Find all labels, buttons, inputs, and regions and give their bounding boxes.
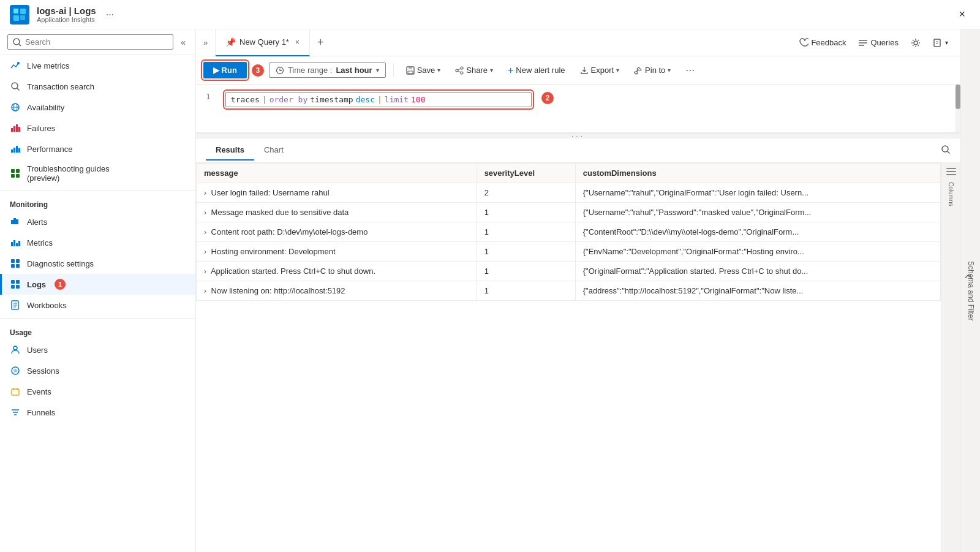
sidebar-item-users[interactable]: Users bbox=[0, 339, 195, 360]
sidebar-item-events[interactable]: Events bbox=[0, 381, 195, 402]
svg-rect-56 bbox=[934, 39, 940, 47]
svg-point-6 bbox=[17, 62, 20, 64]
data-table-wrap: message severityLevel customDimensions ›… bbox=[196, 163, 941, 552]
tab-pin-icon: 📌 bbox=[225, 37, 236, 47]
users-icon bbox=[10, 344, 21, 355]
row-expand-button[interactable]: › bbox=[204, 248, 206, 256]
app-title: logs-ai | Logs bbox=[37, 6, 96, 16]
cell-message: › Now listening on: http://localhost:519… bbox=[197, 281, 477, 301]
sidebar-item-live-metrics[interactable]: Live metrics bbox=[0, 55, 195, 76]
sidebar-item-workbooks[interactable]: Workbooks bbox=[0, 295, 195, 316]
sidebar-item-label: Performance bbox=[27, 145, 72, 154]
svg-point-63 bbox=[461, 67, 463, 69]
table-row[interactable]: › Now listening on: http://localhost:519… bbox=[197, 281, 941, 301]
diagnostic-icon bbox=[10, 258, 21, 269]
sidebar-item-label: Transaction search bbox=[27, 82, 94, 91]
query-editor[interactable]: 1 traces | order by timestamp desc | lim… bbox=[196, 85, 960, 134]
resize-handle[interactable]: ··· bbox=[196, 134, 960, 138]
table-row[interactable]: › Application started. Press Ctrl+C to s… bbox=[197, 262, 941, 281]
time-range-value: Last hour bbox=[336, 66, 372, 75]
queries-icon bbox=[858, 38, 868, 48]
tab-close-button[interactable]: × bbox=[295, 38, 300, 47]
feedback-button[interactable]: Feedback bbox=[794, 36, 851, 50]
sidebar-item-alerts[interactable]: Alerts bbox=[0, 211, 195, 232]
sidebar-item-funnels[interactable]: Funnels bbox=[0, 402, 195, 423]
book-icon bbox=[933, 38, 943, 48]
tab-bar: 📌 New Query 1* × + bbox=[216, 29, 786, 56]
table-row[interactable]: › Content root path: D:\dev\my\otel-logs… bbox=[197, 222, 941, 242]
row-expand-button[interactable]: › bbox=[204, 189, 206, 197]
pin-to-button[interactable]: Pin to ▾ bbox=[629, 63, 676, 77]
svg-rect-21 bbox=[16, 169, 20, 173]
row-expand-button[interactable]: › bbox=[204, 287, 206, 295]
queries-button[interactable]: Queries bbox=[853, 36, 903, 50]
more-actions-button[interactable]: ··· bbox=[680, 61, 699, 79]
sidebar-item-label: Availability bbox=[27, 103, 64, 112]
collapse-editor-button[interactable] bbox=[964, 271, 973, 281]
row-expand-button[interactable]: › bbox=[204, 208, 206, 217]
code-content[interactable]: traces | order by timestamp desc | limit… bbox=[225, 92, 532, 107]
table-row[interactable]: › User login failed: Username rahul 2 {"… bbox=[197, 183, 941, 203]
metrics-icon bbox=[10, 237, 21, 248]
tab-add-button[interactable]: + bbox=[310, 29, 331, 56]
save-label: Save bbox=[417, 66, 435, 75]
search-input[interactable] bbox=[25, 37, 168, 47]
results-search-button[interactable] bbox=[941, 145, 951, 157]
query-tab-1[interactable]: 📌 New Query 1* × bbox=[216, 29, 310, 56]
cell-message: › User login failed: Username rahul bbox=[197, 183, 477, 203]
queries-label: Queries bbox=[870, 38, 899, 47]
col-severity[interactable]: severityLevel bbox=[477, 164, 575, 183]
query-toolbar: » 📌 New Query 1* × + Feedback Qu bbox=[196, 29, 960, 56]
time-range-button[interactable]: Time range : Last hour ▾ bbox=[269, 62, 386, 78]
new-alert-button[interactable]: + New alert rule bbox=[503, 62, 570, 78]
svg-line-8 bbox=[17, 88, 20, 91]
tab-chart[interactable]: Chart bbox=[254, 140, 293, 161]
run-badge: 3 bbox=[252, 64, 264, 77]
table-header-row: message severityLevel customDimensions bbox=[197, 164, 941, 183]
share-label: Share bbox=[466, 66, 488, 75]
code-token-timestamp: timestamp bbox=[310, 95, 353, 104]
svg-rect-1 bbox=[20, 9, 26, 14]
cell-severity: 1 bbox=[477, 203, 575, 222]
export-button[interactable]: Export ▾ bbox=[575, 63, 625, 77]
svg-line-66 bbox=[458, 69, 461, 70]
svg-rect-14 bbox=[16, 124, 18, 132]
sidebar-item-transaction-search[interactable]: Transaction search bbox=[0, 76, 195, 97]
save-button[interactable]: Save ▾ bbox=[401, 63, 446, 77]
share-button[interactable]: Share ▾ bbox=[450, 63, 498, 77]
sidebar-item-failures[interactable]: Failures bbox=[0, 118, 195, 138]
col-custom-dimensions[interactable]: customDimensions bbox=[575, 164, 940, 183]
collapse-sidebar-button[interactable]: « bbox=[178, 35, 188, 50]
sidebar-item-label: Users bbox=[27, 346, 48, 355]
tab-results[interactable]: Results bbox=[206, 140, 254, 161]
sidebar-item-troubleshooting[interactable]: Troubleshooting guides(preview) bbox=[0, 159, 195, 187]
sidebar-item-availability[interactable]: Availability bbox=[0, 97, 195, 118]
sidebar-item-metrics[interactable]: Metrics bbox=[0, 232, 195, 253]
col-message[interactable]: message bbox=[197, 164, 477, 183]
run-button[interactable]: ▶ Run bbox=[203, 62, 247, 78]
sidebar-item-performance[interactable]: Performance bbox=[0, 138, 195, 159]
sidebar-item-sessions[interactable]: Sessions bbox=[0, 360, 195, 381]
svg-line-67 bbox=[458, 71, 461, 72]
sidebar-item-label: Workbooks bbox=[27, 301, 67, 310]
close-button[interactable]: × bbox=[954, 3, 970, 26]
export-icon bbox=[580, 66, 589, 75]
svg-rect-33 bbox=[11, 264, 15, 268]
header-dots-button[interactable]: ··· bbox=[104, 7, 116, 23]
search-box[interactable] bbox=[7, 34, 173, 50]
editor-scrollbar[interactable] bbox=[956, 85, 960, 132]
svg-point-45 bbox=[13, 369, 17, 372]
schema-filter-panel[interactable]: Schema and Filter bbox=[960, 29, 980, 552]
results-panel: Results Chart message severityLevel cust… bbox=[196, 138, 960, 552]
sidebar-item-diagnostic-settings[interactable]: Diagnostic settings bbox=[0, 253, 195, 274]
results-table: message severityLevel customDimensions ›… bbox=[196, 163, 941, 301]
settings-button[interactable] bbox=[906, 36, 925, 50]
row-expand-button[interactable]: › bbox=[204, 228, 206, 236]
sidebar-item-logs[interactable]: Logs 1 bbox=[0, 274, 195, 295]
view-button[interactable]: ▾ bbox=[928, 36, 953, 50]
code-line-1: 1 traces | order by timestamp desc | lim… bbox=[206, 92, 951, 107]
expand-panel-button[interactable]: » bbox=[196, 29, 216, 56]
table-row[interactable]: › Message masked due to sensitive data 1… bbox=[197, 203, 941, 222]
table-row[interactable]: › Hosting environment: Development 1 {"E… bbox=[197, 242, 941, 262]
row-expand-button[interactable]: › bbox=[204, 267, 206, 276]
